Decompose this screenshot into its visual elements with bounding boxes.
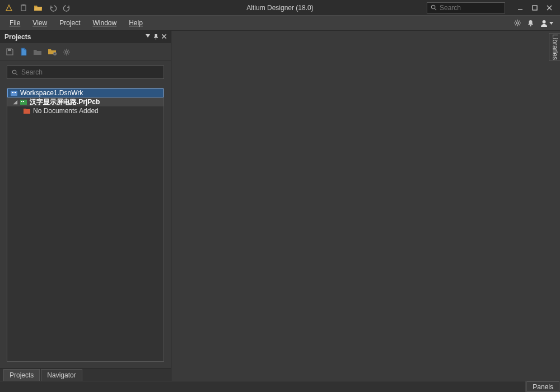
tab-projects[interactable]: Projects	[3, 369, 40, 381]
app-title: Altium Designer (18.0)	[246, 4, 313, 12]
menu-view-label: View	[32, 19, 47, 27]
svg-point-8	[516, 22, 519, 24]
panel-bottom-tabs: Projects Navigator	[0, 368, 171, 381]
notification-icon[interactable]	[527, 20, 534, 27]
title-bar: Altium Designer (18.0)	[0, 0, 560, 15]
global-search[interactable]	[427, 2, 505, 13]
pcb-project-icon	[20, 98, 27, 106]
panels-button-label: Panels	[533, 383, 553, 391]
user-icon[interactable]	[540, 19, 553, 27]
pin-icon[interactable]	[153, 34, 158, 40]
panel-header: Projects	[0, 31, 171, 43]
redo-icon[interactable]	[62, 2, 73, 13]
svg-rect-20	[12, 92, 13, 93]
menu-window-label: Window	[93, 19, 117, 27]
panels-button[interactable]: Panels	[526, 381, 559, 392]
app-icon	[3, 2, 15, 13]
project-tree[interactable]: Workspace1.DsnWrk ◢ 汉字显示屏电路.PrjPcb No Do…	[7, 88, 164, 362]
libraries-tab-label: Libraries	[551, 34, 559, 60]
svg-point-17	[12, 70, 16, 73]
svg-rect-0	[21, 5, 26, 11]
menu-bar: File View Project Window Help	[0, 15, 560, 31]
document-icon[interactable]	[20, 48, 27, 56]
tree-project-row[interactable]: ◢ 汉字显示屏电路.PrjPcb	[7, 97, 164, 106]
tree-empty-row: No Documents Added	[7, 106, 164, 115]
menu-project-label: Project	[59, 19, 80, 27]
clipboard-icon[interactable]	[18, 2, 29, 13]
search-icon	[431, 4, 437, 11]
svg-rect-24	[23, 101, 24, 102]
tab-projects-label: Projects	[10, 371, 34, 379]
panel-title: Projects	[4, 33, 31, 41]
status-region	[0, 381, 526, 392]
folder-gray-icon[interactable]	[33, 48, 42, 56]
menu-help-label: Help	[129, 19, 143, 27]
tree-empty-label: No Documents Added	[33, 107, 99, 115]
panel-menu-icon[interactable]	[146, 34, 150, 40]
panel-search-input[interactable]	[21, 68, 159, 76]
workspace-icon	[10, 89, 18, 97]
svg-rect-19	[11, 91, 17, 96]
projects-panel: Projects Workspace1.DsnWrk ◢	[0, 31, 171, 381]
panel-search[interactable]	[7, 66, 164, 79]
svg-point-10	[543, 20, 546, 24]
svg-point-2	[431, 5, 435, 8]
save-icon[interactable]	[6, 48, 14, 56]
libraries-tab[interactable]: Libraries	[549, 33, 560, 61]
search-icon	[12, 69, 18, 76]
svg-point-15	[54, 53, 55, 54]
folder-gear-icon[interactable]	[48, 48, 57, 56]
svg-rect-13	[8, 49, 11, 51]
editor-area: Libraries	[171, 31, 560, 381]
svg-rect-23	[21, 101, 22, 102]
status-bar: Panels	[0, 381, 560, 392]
minimize-button[interactable]	[513, 1, 528, 15]
close-button[interactable]	[542, 1, 557, 15]
open-folder-icon[interactable]	[32, 2, 44, 13]
menu-help[interactable]: Help	[124, 17, 148, 29]
svg-rect-21	[15, 92, 16, 93]
svg-rect-5	[533, 6, 537, 10]
chevron-down-icon	[549, 22, 553, 25]
close-panel-icon[interactable]	[162, 34, 166, 40]
gear-icon[interactable]	[63, 48, 71, 56]
tree-workspace-row[interactable]: Workspace1.DsnWrk	[7, 88, 164, 97]
svg-point-16	[66, 50, 68, 53]
menu-view[interactable]: View	[27, 17, 52, 29]
tab-navigator[interactable]: Navigator	[41, 369, 82, 381]
maximize-button[interactable]	[528, 1, 542, 15]
tree-workspace-label: Workspace1.DsnWrk	[20, 89, 83, 97]
global-search-input[interactable]	[440, 4, 501, 12]
tree-project-label: 汉字显示屏电路.PrjPcb	[30, 97, 100, 107]
svg-rect-1	[22, 4, 25, 6]
tab-navigator-label: Navigator	[47, 371, 76, 379]
folder-icon	[23, 107, 31, 115]
undo-icon[interactable]	[47, 2, 58, 13]
svg-line-18	[16, 73, 17, 75]
settings-icon[interactable]	[514, 19, 521, 27]
menu-file-label: File	[10, 19, 20, 27]
caret-icon[interactable]: ◢	[13, 99, 17, 105]
svg-point-9	[530, 25, 531, 26]
menu-project[interactable]: Project	[54, 17, 85, 29]
menu-file[interactable]: File	[4, 17, 25, 29]
svg-rect-22	[20, 100, 27, 105]
svg-line-3	[435, 8, 436, 10]
panel-toolbar	[0, 43, 171, 61]
menu-window[interactable]: Window	[88, 17, 122, 29]
